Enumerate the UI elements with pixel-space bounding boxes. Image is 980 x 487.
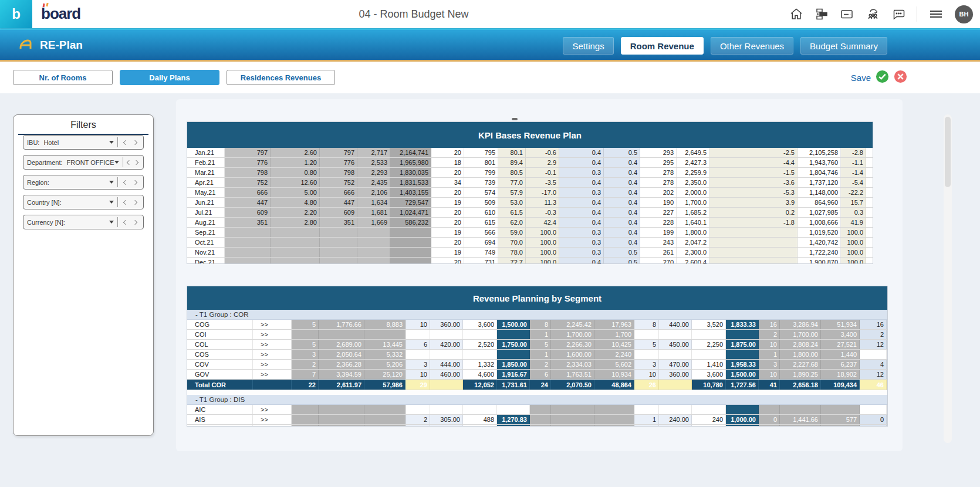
segment-cell[interactable]: 16 [860, 320, 887, 329]
total-cell[interactable]: 24 [530, 380, 551, 390]
segment-cell[interactable] [860, 405, 887, 414]
segment-cell[interactable]: 3,400 [821, 330, 860, 339]
segment-cell[interactable]: 460.00 [430, 370, 463, 379]
tab-budget-summary[interactable]: Budget Summary [800, 37, 887, 55]
kpi-cell[interactable]: 41.9 [841, 218, 866, 227]
segment-cell[interactable]: 470.00 [659, 360, 692, 369]
kpi-cell[interactable]: -0.3 [526, 208, 559, 217]
segment-cell[interactable] [405, 350, 430, 359]
kpi-cell[interactable]: 1,024,471 [390, 208, 431, 217]
segment-cell[interactable]: 3,520 [692, 320, 726, 329]
kpi-cell[interactable]: 0.4 [604, 228, 640, 237]
kpi-cell[interactable]: 261 [640, 248, 677, 257]
kpi-cell[interactable]: 666 [225, 188, 271, 197]
segment-cell[interactable]: 3 [634, 360, 659, 369]
chevron-down-icon[interactable] [109, 181, 114, 184]
kpi-cell[interactable] [320, 228, 357, 237]
total-cell[interactable] [659, 380, 692, 390]
segment-cell[interactable]: 13,445 [364, 340, 405, 349]
kpi-cell[interactable]: -17.0 [526, 188, 559, 197]
kpi-cell[interactable]: 4.80 [271, 198, 320, 207]
kpi-cell[interactable]: 351 [225, 218, 271, 227]
kpi-cell[interactable]: 202 [640, 188, 677, 197]
kpi-cell[interactable]: 57.9 [498, 188, 526, 197]
segment-cell[interactable] [659, 405, 692, 414]
kpi-cell[interactable]: -2.5 [709, 148, 797, 157]
kpi-cell[interactable]: 2,717 [357, 148, 390, 157]
filter-country[interactable]: Country [N]: [23, 195, 144, 209]
kpi-cell[interactable] [709, 258, 797, 264]
segment-cell[interactable]: 5 [634, 340, 659, 349]
filter-ibu[interactable]: IBU: Hotel [23, 135, 144, 150]
segment-cell[interactable]: 2 [292, 360, 319, 369]
filter-region[interactable]: Region: [23, 175, 144, 190]
menu-icon[interactable] [928, 7, 944, 21]
segment-cell[interactable] [634, 330, 659, 339]
kpi-cell[interactable]: 59.0 [498, 228, 526, 237]
kpi-cell[interactable]: 0.4 [559, 208, 604, 217]
kpi-cell[interactable]: -1.4 [841, 168, 866, 177]
segment-cell[interactable] [463, 405, 497, 414]
segment-cell[interactable]: 16 [759, 320, 780, 329]
kpi-cell[interactable]: 2,000.0 [677, 188, 709, 197]
group-header-dis[interactable]: - T1 Group : DIS [187, 395, 887, 405]
segment-cell[interactable]: 1,890.25 [780, 370, 821, 379]
kpi-cell[interactable]: 0.4 [604, 188, 640, 197]
segment-cell[interactable]: 305.00 [430, 415, 463, 424]
total-cell[interactable]: 1,727.56 [726, 380, 759, 390]
kpi-cell[interactable]: -2.8 [841, 148, 866, 157]
segment-cell[interactable] [860, 350, 887, 359]
segment-cell[interactable]: 1,700.00 [780, 330, 821, 339]
segment-cell[interactable]: 10 [405, 370, 430, 379]
segment-cell[interactable]: 2,366.28 [319, 360, 364, 369]
kpi-cell[interactable]: 776 [225, 158, 271, 167]
kpi-cell[interactable] [390, 238, 431, 247]
segment-cell[interactable] [659, 350, 692, 359]
kpi-cell[interactable] [320, 258, 357, 264]
kpi-cell[interactable]: 1,700.0 [677, 198, 709, 207]
drill-chevron[interactable]: >> [253, 370, 292, 379]
chevron-down-icon[interactable] [114, 161, 119, 164]
segment-cell[interactable]: 2,245.42 [551, 320, 594, 329]
kpi-cell[interactable]: 0.4 [604, 208, 640, 217]
kpi-cell[interactable]: 80.1 [498, 148, 526, 157]
segment-cell[interactable]: 3,286.94 [780, 320, 821, 329]
segment-cell[interactable]: 6,237 [821, 360, 860, 369]
segment-cell[interactable]: 5 [292, 320, 319, 329]
segment-cell[interactable]: 1 [530, 350, 551, 359]
kpi-cell[interactable]: 19 [431, 248, 464, 257]
total-cell[interactable]: 2,070.50 [551, 380, 594, 390]
kpi-cell[interactable]: 798 [225, 168, 271, 177]
segment-cell[interactable]: 1 [759, 350, 780, 359]
kpi-cell[interactable]: 61.5 [498, 208, 526, 217]
kpi-cell[interactable]: 77.0 [498, 178, 526, 187]
kpi-cell[interactable]: 0.3 [841, 208, 866, 217]
segment-cell[interactable] [497, 350, 530, 359]
total-cell[interactable]: 109,434 [821, 380, 860, 390]
users-icon[interactable] [865, 7, 880, 21]
segment-cell[interactable]: 25,120 [364, 370, 405, 379]
kpi-cell[interactable]: 1,669 [357, 218, 390, 227]
kpi-cell[interactable] [709, 238, 797, 247]
kpi-cell[interactable]: 18 [431, 158, 464, 167]
kpi-cell[interactable]: 100.0 [841, 258, 866, 264]
kpi-cell[interactable]: -0.6 [526, 148, 559, 157]
segment-cell[interactable]: 6 [405, 340, 430, 349]
kpi-cell[interactable]: -1.8 [709, 218, 797, 227]
tab-room-revenue[interactable]: Room Revenue [621, 37, 704, 55]
kpi-cell[interactable] [225, 248, 271, 257]
kpi-cell[interactable]: 12.60 [271, 178, 320, 187]
kpi-cell[interactable]: 270 [640, 258, 677, 264]
kpi-cell[interactable]: -0.1 [526, 168, 559, 177]
kpi-cell[interactable]: 1,403,155 [390, 188, 431, 197]
kpi-cell[interactable]: 797 [225, 148, 271, 157]
total-cell[interactable] [430, 380, 463, 390]
kpi-cell[interactable]: 0.4 [604, 168, 640, 177]
segment-cell[interactable] [430, 350, 463, 359]
kpi-cell[interactable]: 0.4 [604, 158, 640, 167]
tab-residences-revenues[interactable]: Residences Revenues [227, 70, 335, 85]
segment-cell[interactable]: 1,441.66 [780, 415, 821, 424]
kpi-cell[interactable]: 72.7 [498, 258, 526, 264]
drill-chevron[interactable]: >> [253, 360, 292, 369]
kpi-cell[interactable]: 0.4 [559, 258, 604, 264]
